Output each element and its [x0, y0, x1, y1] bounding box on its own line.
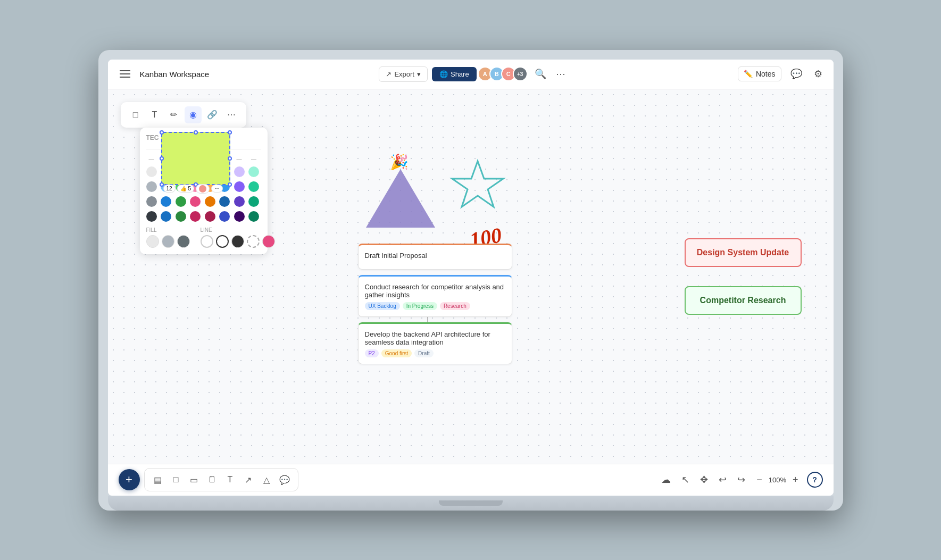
color-swatch[interactable] — [248, 166, 259, 177]
handle-bottom-right[interactable] — [228, 182, 232, 187]
zoom-in-button[interactable]: + — [789, 473, 802, 487]
color-swatch[interactable] — [205, 196, 215, 207]
handle-top-right[interactable] — [228, 130, 232, 135]
pen-tool[interactable]: ✏ — [165, 106, 182, 123]
bottom-left: + ▤ □ ▭ 🗒 T ↗ △ 💬 — [119, 468, 298, 491]
color-swatch[interactable] — [234, 181, 245, 192]
shape-tool[interactable]: ◉ — [185, 106, 202, 123]
party-emoji: 🎉 — [390, 153, 409, 171]
move-icon[interactable]: ✥ — [697, 471, 711, 488]
color-swatch[interactable] — [176, 196, 186, 207]
zoom-out-button[interactable]: − — [753, 473, 765, 487]
color-none7[interactable] — [234, 156, 245, 162]
tool-chat[interactable]: 💬 — [277, 472, 293, 488]
selected-shape-container[interactable]: 12 👍 5 ⋯ — [161, 132, 230, 185]
redo-icon[interactable]: ↪ — [735, 471, 748, 488]
reaction-more[interactable]: ⋯ — [211, 185, 223, 193]
color-swatch[interactable] — [146, 211, 157, 222]
line-label: LINE — [201, 227, 275, 233]
more-options-icon[interactable]: ⋯ — [553, 65, 568, 82]
handle-mid-left[interactable] — [160, 156, 164, 161]
share-button[interactable]: 🌐 Share — [432, 67, 477, 81]
export-button[interactable]: ↗ Export ▾ — [379, 66, 428, 82]
color-swatch[interactable] — [234, 166, 245, 177]
help-button[interactable]: ? — [807, 472, 823, 488]
handle-top-left[interactable] — [160, 130, 164, 135]
tool-marker[interactable]: △ — [259, 472, 274, 488]
color-swatch[interactable] — [176, 211, 186, 222]
line-option-pink[interactable] — [262, 235, 275, 248]
tool-frame[interactable]: □ — [168, 472, 184, 488]
color-swatch[interactable] — [248, 181, 259, 192]
color-swatch[interactable] — [190, 196, 201, 207]
color-swatch[interactable] — [146, 181, 157, 192]
color-swatch[interactable] — [248, 211, 259, 222]
tag-in-progress[interactable]: In Progress — [403, 302, 437, 310]
color-swatch[interactable] — [190, 211, 201, 222]
color-swatch[interactable] — [161, 196, 171, 207]
reaction-avatar[interactable] — [196, 184, 210, 194]
menu-button[interactable] — [116, 67, 134, 81]
color-swatch[interactable] — [234, 196, 245, 207]
fill-option[interactable] — [177, 235, 190, 248]
tag-draft[interactable]: Draft — [414, 349, 434, 357]
tool-text[interactable]: T — [222, 472, 238, 488]
line-option-solid[interactable] — [231, 235, 244, 248]
card-competitor[interactable]: Conduct research for competitor analysis… — [358, 275, 512, 317]
tool-shape[interactable]: ▭ — [186, 472, 202, 488]
card-design-system[interactable]: Design System Update — [685, 238, 802, 267]
color-swatch[interactable] — [146, 196, 157, 207]
tool-sticky[interactable]: 🗒 — [204, 472, 220, 488]
tag-research[interactable]: Research — [440, 302, 470, 310]
color-none8[interactable] — [248, 156, 259, 162]
color-swatch[interactable] — [161, 211, 171, 222]
export-icon: ↗ — [386, 70, 392, 78]
color-swatch[interactable] — [146, 166, 157, 177]
reaction-number[interactable]: 12 — [163, 185, 176, 193]
line-option-empty[interactable] — [201, 235, 213, 248]
canvas[interactable]: □ T ✏ ◉ 🔗 ⋯ TEC OPU MET APX — [108, 89, 834, 464]
notes-button[interactable]: ✏️ Notes — [738, 66, 781, 81]
card-draft-proposal[interactable]: Draft Initial Proposal — [358, 244, 512, 270]
color-swatch[interactable] — [219, 196, 230, 207]
text-tool[interactable]: T — [146, 106, 163, 123]
tag-good-first[interactable]: Good first — [381, 349, 412, 357]
add-button[interactable]: + — [119, 469, 140, 490]
cursor-icon[interactable]: ↖ — [679, 471, 692, 488]
fill-option[interactable] — [146, 235, 159, 248]
workspace-title: Kanban Workspace — [140, 70, 210, 79]
topbar: Kanban Workspace ↗ Export ▾ 🌐 Share A B … — [108, 60, 834, 89]
rectangle-tool[interactable]: □ — [127, 106, 144, 123]
zoom-level: 100% — [769, 476, 786, 484]
color-swatch[interactable] — [234, 211, 245, 222]
handle-top-mid[interactable] — [194, 130, 198, 135]
color-swatch[interactable] — [219, 211, 230, 222]
chat-icon[interactable]: 💬 — [788, 65, 805, 82]
tag-p2[interactable]: P2 — [365, 349, 379, 357]
fill-option[interactable] — [162, 235, 174, 248]
cloud-icon[interactable]: ☁ — [659, 471, 673, 488]
undo-icon[interactable]: ↩ — [716, 471, 729, 488]
color-grid-darker — [146, 211, 261, 222]
tab-tec[interactable]: TEC — [146, 134, 159, 145]
card-backend-api[interactable]: Develop the backend API architecture for… — [358, 322, 512, 364]
tool-arrow[interactable]: ↗ — [240, 472, 256, 488]
more-tool[interactable]: ⋯ — [223, 106, 240, 123]
line-option-dashed[interactable] — [247, 235, 260, 248]
color-grid-dark — [146, 196, 261, 207]
card-draft-title: Draft Initial Proposal — [365, 252, 505, 260]
color-none[interactable] — [146, 156, 157, 162]
handle-mid-right[interactable] — [228, 156, 232, 161]
settings-icon[interactable]: ⚙ — [811, 65, 825, 82]
card-competitor-research[interactable]: Competitor Research — [685, 286, 802, 315]
reaction-thumbs[interactable]: 👍 5 — [177, 185, 194, 193]
laptop-base — [108, 496, 834, 511]
link-tool[interactable]: 🔗 — [204, 106, 221, 123]
tag-ux-backlog[interactable]: UX Backlog — [365, 302, 400, 310]
color-swatch[interactable] — [248, 196, 259, 207]
line-option-thin[interactable] — [216, 235, 229, 248]
green-rectangle[interactable] — [161, 132, 230, 185]
search-icon[interactable]: 🔍 — [532, 65, 549, 82]
color-swatch[interactable] — [205, 211, 215, 222]
tool-table[interactable]: ▤ — [150, 472, 166, 488]
